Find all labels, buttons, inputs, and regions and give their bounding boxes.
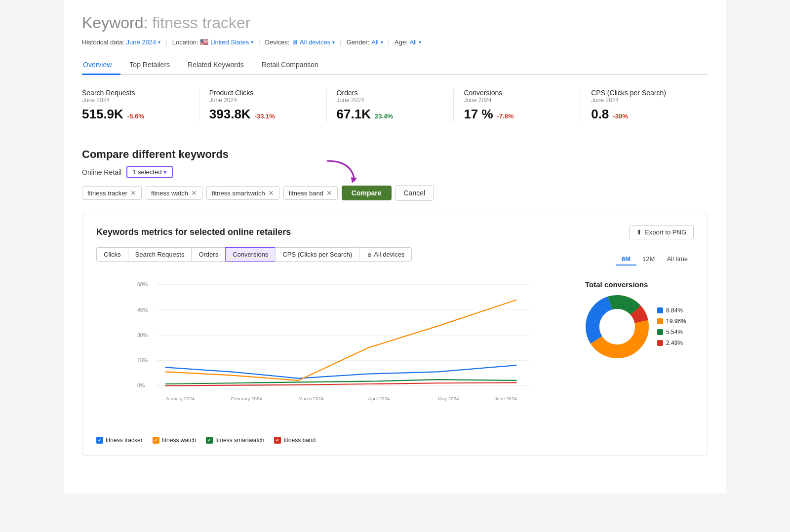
svg-text:45%: 45% [137, 307, 148, 313]
donut-dot-2 [657, 329, 663, 335]
metric-change-2: 23.4% [375, 113, 393, 120]
chip-remove-3[interactable]: ✕ [326, 189, 332, 197]
legend-check-0[interactable]: ✓ [96, 437, 103, 444]
svg-point-22 [599, 309, 635, 344]
devices-tab-label: All devices [374, 251, 404, 258]
chip-label-1: fitness watch [151, 190, 188, 197]
metric-cps: CPS (Clicks per Search) June 2024 0.8 -3… [591, 89, 708, 122]
compare-row: Online Retail 1 selected ▾ [82, 166, 708, 178]
metric-tab-conversions[interactable]: Conversions [225, 247, 275, 262]
legend-label-3: fitness band [283, 437, 316, 444]
chip-fitness-tracker: fitness tracker ✕ [82, 186, 142, 200]
export-button[interactable]: ⬆ Export to PNG [629, 225, 694, 239]
compare-title: Compare different keywords [82, 148, 708, 161]
donut-legend-item-2: 5.54% [657, 329, 686, 336]
page-title: Keyword: fitness tracker [82, 14, 708, 32]
keyword-value: fitness tracker [152, 14, 250, 32]
page-container: Keyword: fitness tracker Historical data… [64, 0, 726, 494]
chip-label-2: fitness smartwatch [212, 190, 265, 197]
legend-check-3[interactable]: ✓ [274, 437, 281, 444]
metric-tab-cps[interactable]: CPS (Clicks per Search) [275, 247, 359, 262]
historical-chevron-icon: ▾ [158, 39, 160, 45]
metric-change-0: -5.6% [127, 113, 144, 120]
donut-wrap: 8.84% 19.96% 5.54% 2.49% [585, 295, 694, 359]
devices-filter[interactable]: 🖥 All devices ▾ [291, 38, 335, 46]
line-chart-svg: 60% 45% 30% 15% 0% January 2024 February… [96, 280, 570, 428]
chart-body: 60% 45% 30% 15% 0% January 2024 February… [96, 280, 694, 444]
legend-label-0: fitness tracker [106, 437, 143, 444]
chip-fitness-smartwatch: fitness smartwatch ✕ [206, 186, 279, 200]
metric-change-1: -33.1% [255, 113, 275, 120]
metric-orders: Orders June 2024 67.1K 23.4% [337, 89, 454, 122]
tab-retail-comparison[interactable]: Retail Comparison [253, 56, 327, 75]
chip-remove-2[interactable]: ✕ [268, 189, 274, 197]
historical-value: June 2024 [126, 38, 157, 46]
time-btn-all[interactable]: All time [661, 253, 694, 266]
chart-card-header: Keywords metrics for selected online ret… [96, 225, 694, 239]
sep1: | [165, 38, 167, 46]
age-filter[interactable]: All ▾ [409, 38, 421, 46]
svg-text:May 2024: May 2024 [438, 396, 459, 401]
chip-fitness-band: fitness band ✕ [283, 186, 338, 200]
legend-check-2[interactable]: ✓ [206, 437, 213, 444]
gender-chevron-icon: ▾ [381, 39, 383, 45]
svg-text:15%: 15% [137, 357, 148, 363]
location-value: United States [210, 38, 249, 46]
tab-related-keywords[interactable]: Related Keywords [179, 56, 253, 75]
location-filter[interactable]: 🇺🇸 United States ▾ [200, 38, 253, 46]
donut-dot-1 [657, 318, 663, 324]
metric-label-1: Product Clicks [209, 89, 316, 97]
svg-text:April 2024: April 2024 [368, 396, 390, 401]
metric-period-1: June 2024 [209, 97, 316, 104]
compare-button[interactable]: Compare [342, 186, 392, 200]
metric-tab-clicks[interactable]: Clicks [96, 247, 128, 262]
chip-label-3: fitness band [289, 190, 323, 197]
legend-check-1[interactable]: ✓ [153, 437, 159, 444]
devices-chevron-icon: ▾ [332, 39, 335, 45]
legend-item-0: ✓ fitness tracker [96, 437, 143, 444]
chip-fitness-watch: fitness watch ✕ [146, 186, 202, 200]
chart-legend: ✓ fitness tracker ✓ fitness watch ✓ [96, 437, 570, 444]
donut-dot-0 [657, 307, 663, 313]
historical-filter[interactable]: June 2024 ▾ [126, 38, 161, 46]
svg-text:January 2024: January 2024 [165, 396, 195, 401]
svg-text:30%: 30% [137, 332, 148, 338]
tab-overview[interactable]: Overview [82, 56, 120, 75]
cancel-button[interactable]: Cancel [395, 185, 434, 201]
donut-value-1: 19.96% [666, 318, 686, 325]
metric-tab-search-requests[interactable]: Search Requests [128, 247, 192, 262]
chart-main: 60% 45% 30% 15% 0% January 2024 February… [96, 280, 570, 444]
historical-label: Historical data: [82, 38, 124, 46]
gender-value: All [371, 38, 378, 46]
metric-label-0: Search Requests [82, 89, 189, 97]
legend-label-1: fitness watch [162, 437, 196, 444]
metric-value-0: 515.9K -5.6% [82, 107, 189, 122]
metric-tab-devices[interactable]: 🖥 All devices [359, 247, 412, 262]
selected-badge-text: 1 selected [132, 168, 161, 176]
gender-label: Gender: [347, 38, 370, 46]
chip-remove-0[interactable]: ✕ [130, 189, 136, 197]
metric-change-4: -30% [613, 113, 628, 120]
main-tabs: Overview Top Retailers Related Keywords … [82, 56, 708, 75]
metric-tabs: Clicks Search Requests Orders Conversion… [96, 247, 412, 262]
compare-btn-wrap: Compare [342, 186, 392, 200]
chip-remove-1[interactable]: ✕ [191, 189, 197, 197]
metric-tab-orders[interactable]: Orders [191, 247, 225, 262]
chart-card-title: Keywords metrics for selected online ret… [96, 227, 291, 237]
keyword-label: Keyword: [82, 14, 148, 32]
donut-legend-item-1: 19.96% [657, 318, 686, 325]
gender-filter[interactable]: All ▾ [371, 38, 383, 46]
metric-label-4: CPS (Clicks per Search) [591, 89, 698, 97]
donut-value-0: 8.84% [666, 307, 683, 314]
svg-text:March 2024: March 2024 [298, 396, 324, 401]
devices-label: Devices: [265, 38, 290, 46]
time-btn-6m[interactable]: 6M [616, 253, 636, 266]
tab-top-retailers[interactable]: Top Retailers [120, 56, 179, 75]
metric-period-0: June 2024 [82, 97, 189, 104]
time-controls: 6M 12M All time [616, 253, 694, 266]
donut-dot-3 [657, 340, 663, 346]
time-btn-12m[interactable]: 12M [636, 253, 661, 266]
legend-item-2: ✓ fitness smartwatch [206, 437, 264, 444]
selected-badge[interactable]: 1 selected ▾ [126, 166, 173, 178]
metric-period-4: June 2024 [591, 97, 698, 104]
